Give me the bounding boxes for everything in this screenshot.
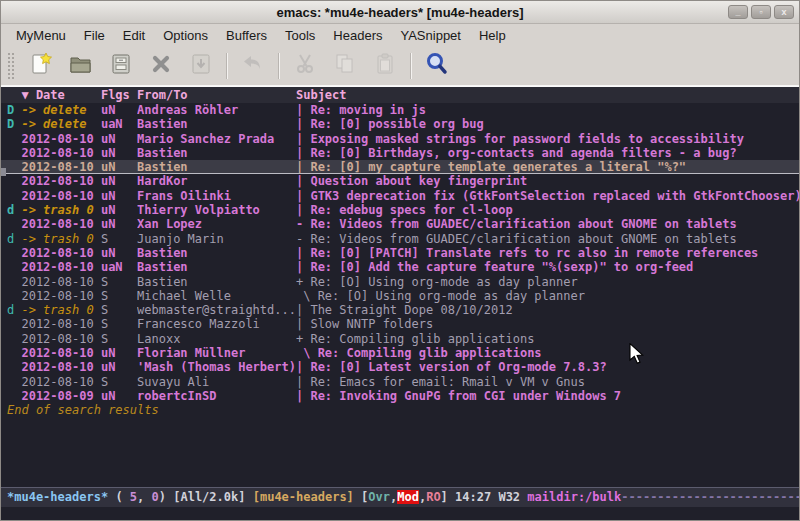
modeline-segment: Mod <box>397 490 419 504</box>
msg-flags: S <box>101 317 137 331</box>
toolbar-separator <box>278 53 280 79</box>
msg-subject: \ Re: Compiling glib applications <box>296 346 799 360</box>
new-file-button[interactable] <box>23 50 59 82</box>
close-buffer-button[interactable] <box>143 50 179 82</box>
msg-from: Bastien <box>137 160 296 173</box>
mark-flag <box>7 346 21 360</box>
open-file-button[interactable] <box>63 50 99 82</box>
modeline-segment: Ovr <box>368 490 390 504</box>
modeline-segment: RO <box>426 490 440 504</box>
menu-item-mymenu[interactable]: MyMenu <box>7 26 75 45</box>
menu-item-buffers[interactable]: Buffers <box>217 26 276 45</box>
msg-flags: uN <box>101 217 137 231</box>
message-row[interactable]: 2012-08-10 S Bastien + Re: [O] Using org… <box>1 275 799 289</box>
msg-from: robertcInSD <box>137 389 296 403</box>
mark-flag <box>7 174 21 188</box>
message-row[interactable]: 2012-08-10 S Michael Welle \ Re: [O] Usi… <box>1 289 799 303</box>
menu-item-headers[interactable]: Headers <box>324 26 391 45</box>
modeline-segment: ] <box>441 490 455 504</box>
menu-item-help[interactable]: Help <box>470 26 515 45</box>
msg-date: -> trash 0 <box>21 303 100 317</box>
msg-from: Florian Müllner <box>137 346 296 360</box>
mode-line: *mu4e-headers* ( 5, 0) [All/2.0k] [mu4e-… <box>1 487 799 507</box>
message-row[interactable]: 2012-08-10 uN Mario Sanchez Prada | Expo… <box>1 132 799 146</box>
mark-flag <box>7 132 21 146</box>
msg-subject: | Re: [0] Latest version of Org-mode 7.8… <box>296 360 799 374</box>
message-row[interactable]: 2012-08-10 uN 'Mash (Thomas Herbert) | R… <box>1 360 799 374</box>
msg-flags: uN <box>101 203 137 217</box>
close-icon[interactable]: x <box>774 5 794 19</box>
window-title: emacs: *mu4e-headers* [mu4e-headers] <box>276 5 523 20</box>
column-header-subject[interactable]: Subject <box>296 87 799 103</box>
msg-from: HardKor <box>137 174 296 188</box>
modeline-segment: [All/2.0k] <box>173 490 252 504</box>
message-row[interactable]: 2012-08-10 S Suvayu Ali | Re: Emacs for … <box>1 375 799 389</box>
message-row[interactable]: 2012-08-09 uN robertcInSD | Re: Invoking… <box>1 389 799 403</box>
message-row[interactable]: d -> trash 0 S webmaster@straightd... | … <box>1 303 799 317</box>
end-of-results-text: End of search results <box>1 403 799 417</box>
menu-item-file[interactable]: File <box>75 26 114 45</box>
message-row[interactable]: D -> delete uN Andreas Röhler | Re: movi… <box>1 103 799 117</box>
message-row[interactable]: D -> delete uaN Bastien | Re: [0] possib… <box>1 117 799 131</box>
message-row[interactable]: 2012-08-10 uN Bastien | Re: [0] Birthday… <box>1 146 799 160</box>
column-header-flags[interactable]: Flgs <box>101 87 137 103</box>
msg-from: Thierry Volpiatto <box>137 203 296 217</box>
msg-from: Mario Sanchez Prada <box>137 132 296 146</box>
header-line: ▼ Date Flgs From/To Subject <box>1 87 799 103</box>
menu-item-yasnippet[interactable]: YASnippet <box>391 26 469 45</box>
cut-scissors-icon <box>292 51 318 81</box>
message-row[interactable]: 2012-08-10 uaN Bastien | Re: [0] Add the… <box>1 260 799 274</box>
menu-item-options[interactable]: Options <box>154 26 217 45</box>
save-as-icon <box>188 51 214 81</box>
message-row[interactable]: 2012-08-10 uN Bastien | Re: [0] my captu… <box>1 160 799 174</box>
emacs-window: emacs: *mu4e-headers* [mu4e-headers] _ ▫… <box>0 0 800 521</box>
msg-subject: | Re: [0] Birthdays, org-contacts and ag… <box>296 146 799 160</box>
mark-flag <box>7 189 21 203</box>
save-button[interactable] <box>103 50 139 82</box>
scrollbar-thumb[interactable] <box>1 168 6 176</box>
window-controls: _ ▫ x <box>728 5 794 19</box>
undo-button[interactable] <box>235 50 271 82</box>
msg-flags: S <box>101 375 137 389</box>
msg-from: Xan Lopez <box>137 217 296 231</box>
msg-from: Michael Welle <box>137 289 296 303</box>
message-row[interactable]: 2012-08-10 uN Frans Oilinki | GTK3 depre… <box>1 189 799 203</box>
message-row[interactable]: 2012-08-10 uN Xan Lopez - Re: Videos fro… <box>1 217 799 231</box>
copy-button[interactable] <box>327 50 363 82</box>
msg-date: 2012-08-10 <box>21 146 100 160</box>
msg-date: 2012-08-10 <box>21 275 100 289</box>
msg-date: 2012-08-10 <box>21 317 100 331</box>
message-row[interactable]: 2012-08-10 uN HardKor | Question about k… <box>1 174 799 188</box>
column-header-date[interactable]: ▼ Date <box>21 87 100 103</box>
title-bar: emacs: *mu4e-headers* [mu4e-headers] _ ▫… <box>1 1 799 24</box>
message-row[interactable]: 2012-08-10 S Francesco Mazzoli | Slow NN… <box>1 317 799 331</box>
column-header-from[interactable]: From/To <box>137 87 296 103</box>
mark-flag <box>7 246 21 260</box>
mark-flag: D <box>7 103 21 117</box>
msg-subject: | Slow NNTP folders <box>296 317 799 331</box>
message-row[interactable]: d -> trash 0 S Juanjo Marin - Re: Videos… <box>1 232 799 246</box>
msg-from: Bastien <box>137 117 296 131</box>
message-row[interactable]: 2012-08-10 S Lanoxx + Re: Compiling glib… <box>1 332 799 346</box>
msg-flags: S <box>101 332 137 346</box>
message-row[interactable]: 2012-08-10 uN Florian Müllner \ Re: Comp… <box>1 346 799 360</box>
paste-button[interactable] <box>367 50 403 82</box>
save-as-button[interactable] <box>183 50 219 82</box>
echo-area[interactable] <box>1 507 799 520</box>
mark-flag <box>7 275 21 289</box>
msg-date: 2012-08-10 <box>21 160 100 173</box>
paste-clipboard-icon <box>372 51 398 81</box>
menu-bar: MyMenuFileEditOptionsBuffersToolsHeaders… <box>1 24 799 46</box>
cut-button[interactable] <box>287 50 323 82</box>
menu-item-tools[interactable]: Tools <box>276 26 324 45</box>
search-button[interactable] <box>419 50 455 82</box>
menu-item-edit[interactable]: Edit <box>114 26 154 45</box>
message-row[interactable]: 2012-08-10 uN Bastien | Re: [0] [PATCH] … <box>1 246 799 260</box>
msg-from: Francesco Mazzoli <box>137 317 296 331</box>
minimize-icon[interactable]: _ <box>728 5 748 19</box>
message-row[interactable]: d -> trash 0 uN Thierry Volpiatto | Re: … <box>1 203 799 217</box>
msg-flags: uN <box>101 160 137 173</box>
msg-date: 2012-08-10 <box>21 332 100 346</box>
maximize-icon[interactable]: ▫ <box>751 5 771 19</box>
toolbar-grip-handle[interactable] <box>7 52 15 80</box>
